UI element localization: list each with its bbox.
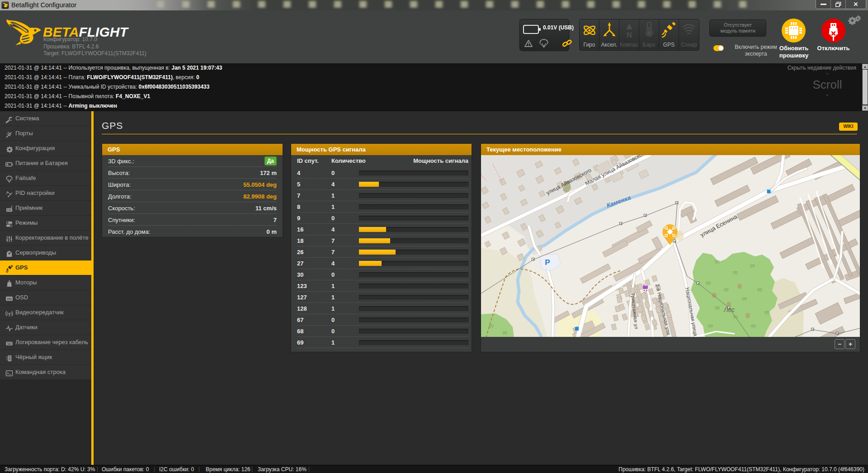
svg-text:N: N (627, 31, 632, 39)
svg-text:P: P (545, 258, 550, 267)
svg-text:Лес: Лес (723, 306, 735, 313)
svg-text:OSD: OSD (7, 298, 12, 300)
